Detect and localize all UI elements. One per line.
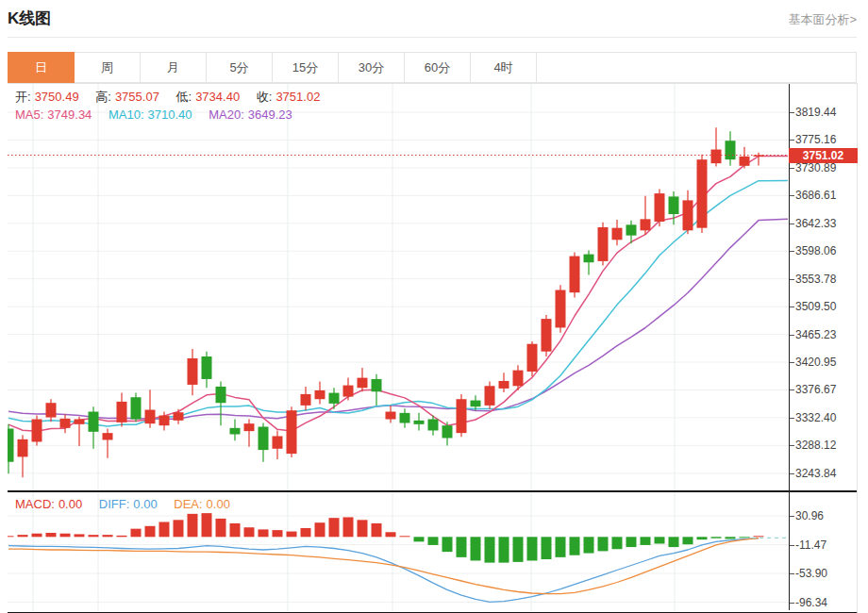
macd-axis-label: -96.34 xyxy=(795,595,861,610)
ma10-value: 3710.40 xyxy=(148,108,192,122)
ma5-label: MA5: xyxy=(15,108,43,122)
price-axis-label: 3509.50 xyxy=(795,299,861,314)
price-axis-label: 3775.16 xyxy=(795,132,861,147)
price-axis-label-tick xyxy=(790,335,794,336)
price-axis-label: 3819.44 xyxy=(795,105,861,120)
tab-周[interactable]: 周 xyxy=(75,53,141,82)
ma5-value: 3749.34 xyxy=(47,108,92,122)
close-value: 3751.02 xyxy=(275,90,320,104)
price-axis-label-tick xyxy=(790,224,794,224)
page-title: K线图 xyxy=(8,8,51,29)
price-axis-label-tick xyxy=(790,473,794,474)
price-axis-label: 3465.23 xyxy=(795,327,861,342)
macd-axis-label-tick xyxy=(790,573,794,574)
macd-axis-label: -53.90 xyxy=(795,566,861,581)
high-value: 3755.07 xyxy=(115,90,159,104)
high-label: 高: xyxy=(95,90,111,104)
macd-axis-label: 30.96 xyxy=(795,508,861,523)
macd-value: 0.00 xyxy=(58,497,82,511)
macd-axis-label-tick xyxy=(790,603,794,604)
divider xyxy=(8,37,857,38)
price-axis-label: 3686.61 xyxy=(795,188,861,203)
price-axis-label-tick xyxy=(790,168,794,169)
tab-月[interactable]: 月 xyxy=(141,53,207,82)
close-label: 收: xyxy=(257,90,273,104)
price-axis-label-tick xyxy=(790,140,794,141)
tab-60分[interactable]: 60分 xyxy=(405,53,471,82)
open-value: 3750.49 xyxy=(35,90,79,104)
chart-container: 开:3750.49 高:3755.07 低:3734.40 收:3751.02 … xyxy=(8,83,858,613)
price-axis-label: 3553.78 xyxy=(795,272,861,287)
price-axis-label-tick xyxy=(790,251,794,252)
price-axis-label: 3642.33 xyxy=(795,216,861,231)
price-axis-label-tick xyxy=(790,445,794,446)
tab-日[interactable]: 日 xyxy=(8,52,75,83)
low-label: 低: xyxy=(176,90,192,104)
ma-info: MA5:3749.34 MA10:3710.40 MA20:3649.23 xyxy=(15,108,296,122)
price-axis-label-tick xyxy=(790,306,794,307)
price-axis-label: 3420.95 xyxy=(795,355,861,370)
price-axis-label-tick xyxy=(790,279,794,280)
candlestick-panel[interactable] xyxy=(8,84,789,490)
price-axis-label: 3288.12 xyxy=(795,438,861,453)
period-tabbar: 日周月5分15分30分60分4时 xyxy=(8,52,857,83)
macd-label: MACD: xyxy=(15,497,55,511)
last-price-badge: 3751.02 xyxy=(789,148,858,163)
price-axis-label-tick xyxy=(790,195,794,196)
dea-label: DEA: xyxy=(174,497,202,511)
diff-value: 0.00 xyxy=(133,497,157,511)
macd-axis-label: -11.47 xyxy=(795,538,861,553)
price-axis-label: 3598.06 xyxy=(795,243,861,258)
ma10-label: MA10: xyxy=(108,108,144,122)
price-axis-label: 3243.84 xyxy=(795,466,861,481)
price-axis-label: 3376.67 xyxy=(795,382,861,397)
price-axis-label-tick xyxy=(790,112,794,113)
price-axis-label-tick xyxy=(790,362,794,363)
diff-label: DIFF: xyxy=(99,497,130,511)
tab-15分[interactable]: 15分 xyxy=(273,53,339,82)
fundamental-analysis-link[interactable]: 基本面分析> xyxy=(788,11,857,28)
price-axis-label-tick xyxy=(790,389,794,390)
ma20-value: 3649.23 xyxy=(248,108,292,122)
tab-4时[interactable]: 4时 xyxy=(471,53,537,82)
open-label: 开: xyxy=(15,90,31,104)
macd-info: MACD:0.00 DIFF:0.00 DEA:0.00 xyxy=(15,497,234,511)
tab-5分[interactable]: 5分 xyxy=(207,53,273,82)
ohlc-info: 开:3750.49 高:3755.07 低:3734.40 收:3751.02 xyxy=(15,89,324,106)
low-value: 3734.40 xyxy=(195,90,240,104)
dea-value: 0.00 xyxy=(207,497,230,511)
ma20-label: MA20: xyxy=(209,108,244,122)
macd-axis-label-tick xyxy=(790,516,794,517)
tab-30分[interactable]: 30分 xyxy=(339,53,405,82)
price-axis-label: 3332.40 xyxy=(795,410,861,425)
macd-axis-label-tick xyxy=(790,545,794,546)
price-axis-label-tick xyxy=(790,418,794,419)
